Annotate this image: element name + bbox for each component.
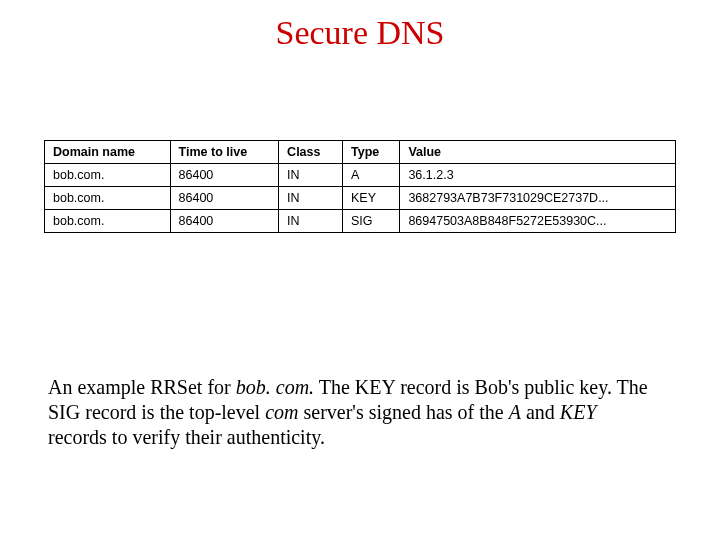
cell-class: IN — [279, 187, 343, 210]
col-domain: Domain name — [45, 141, 171, 164]
cell-domain: bob.com. — [45, 210, 171, 233]
caption-seg: and — [521, 401, 560, 423]
caption-seg: An example RRSet for — [48, 376, 236, 398]
cell-class: IN — [279, 210, 343, 233]
col-class: Class — [279, 141, 343, 164]
cell-type: KEY — [343, 187, 400, 210]
cell-class: IN — [279, 164, 343, 187]
col-ttl: Time to live — [170, 141, 279, 164]
caption-italic: A — [509, 401, 521, 423]
col-type: Type — [343, 141, 400, 164]
cell-domain: bob.com. — [45, 164, 171, 187]
cell-domain: bob.com. — [45, 187, 171, 210]
dns-table-wrap: Domain name Time to live Class Type Valu… — [44, 140, 676, 233]
table-row: bob.com. 86400 IN SIG 86947503A8B848F527… — [45, 210, 676, 233]
cell-value: 86947503A8B848F5272E53930C... — [400, 210, 676, 233]
cell-value: 36.1.2.3 — [400, 164, 676, 187]
cell-type: A — [343, 164, 400, 187]
cell-ttl: 86400 — [170, 210, 279, 233]
table-row: bob.com. 86400 IN A 36.1.2.3 — [45, 164, 676, 187]
caption-italic: bob. com. — [236, 376, 314, 398]
caption-seg: records to verify their authenticity. — [48, 426, 325, 448]
dns-table: Domain name Time to live Class Type Valu… — [44, 140, 676, 233]
table-header-row: Domain name Time to live Class Type Valu… — [45, 141, 676, 164]
cell-ttl: 86400 — [170, 164, 279, 187]
cell-value: 3682793A7B73F731029CE2737D... — [400, 187, 676, 210]
caption-italic: KEY — [560, 401, 597, 423]
cell-ttl: 86400 — [170, 187, 279, 210]
caption-italic: com — [265, 401, 298, 423]
table-row: bob.com. 86400 IN KEY 3682793A7B73F73102… — [45, 187, 676, 210]
col-value: Value — [400, 141, 676, 164]
caption-seg: server's signed has of the — [299, 401, 509, 423]
cell-type: SIG — [343, 210, 400, 233]
caption-text: An example RRSet for bob. com. The KEY r… — [48, 375, 648, 450]
page-title: Secure DNS — [0, 0, 720, 52]
